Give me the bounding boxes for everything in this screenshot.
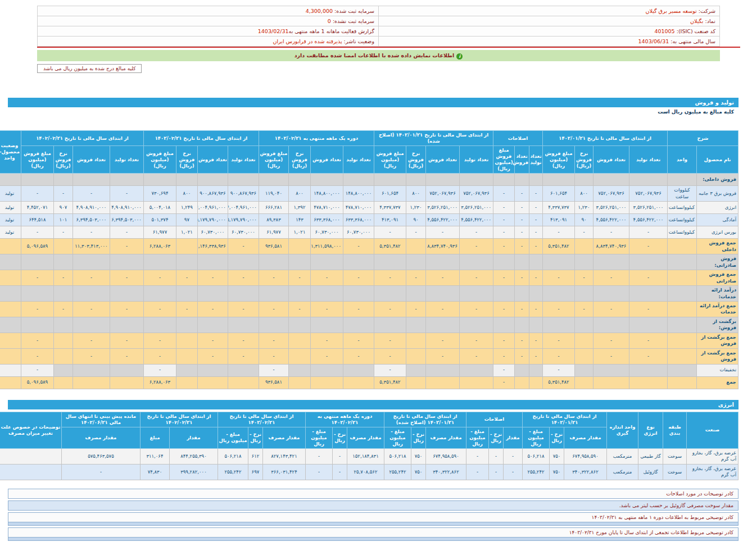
column-header: از ابتدای سال مالی تا تاریخ ۱۴۰۲/۰۲/۳۱ [21,131,143,146]
cell [228,174,259,186]
cell [53,333,73,348]
cell: ۵,۰۹۶,۵۸۹ [21,239,53,254]
cell: ۴,۵۵۶,۴۲۲,۰۰۰ [594,214,629,226]
cell: ۳,۵۲۶,۲۵۱,۰۰۰ [594,202,629,214]
cell: - [110,348,143,364]
cell [668,239,697,254]
cell: انرژی [697,202,739,214]
company-info-table: شرکت: توسعه مسیر برق گیلان سرمایه ثبت شد… [37,6,720,47]
cell [0,376,21,389]
cell: - [197,333,228,348]
cell [143,286,176,302]
cell [176,333,197,348]
cell: ۴,۳۳۷,۷۳۷ [543,202,575,214]
cell: ۷۵۰ [411,464,425,480]
cell: - [459,270,493,286]
cell [668,286,697,302]
cell: گاز طبيعي [638,448,663,464]
cell [0,239,21,254]
cell: ۳۴۰,۳۲۲,۸۶۲ [425,464,466,480]
cell [176,348,197,364]
info-row: کد صنعت (ISIC): 401005 گزارش فعالیت ماها… [38,26,720,37]
cell [575,239,594,254]
cell [21,254,53,270]
company-value: توسعه مسیر برق گیلان [645,8,696,14]
cell [21,286,53,302]
cell [53,348,73,364]
cell [629,364,668,376]
cell: درآمد ارائه خدمات: [697,286,739,302]
cell [53,174,73,186]
column-header: مقدار مصرف [347,427,384,448]
cell: ۳,۵۲۶,۲۵۱,۰۰۰ [459,202,493,214]
column-header: مبلغ - ميليون ريال [218,427,248,448]
cell [53,254,73,270]
cell: - [197,348,228,364]
cell [259,174,288,186]
cell: ۴,۰۰۴,۹۶۱,۰۰۰ [197,202,228,214]
cell: - [228,270,259,286]
cell [594,364,629,376]
cell [176,376,197,389]
cell: - [543,270,575,286]
section-title-production-sales: تولید و فروش [8,98,739,107]
column-header: مبلغ - ميليون ريال [466,427,488,448]
cell: ۶۳۳,۳۶۸,۰۰۰ [310,214,343,226]
cell [288,286,310,302]
column-header: نرخ فروش (ریال) [575,146,594,174]
cell [515,317,529,333]
cell: - [529,301,543,317]
column-header: نرخ فروش (ریال) [53,146,73,174]
cell [425,376,459,389]
cell [594,376,629,389]
cell [575,174,594,186]
cell [425,364,459,376]
cell: - [529,333,543,348]
column-header: وضعیت محصول- واحد [0,131,21,174]
cell: ۸۲۷,۱۴۳,۴۲۱ [262,448,305,464]
cell: ۳,۵۲۶,۲۵۱,۰۰۰ [425,202,459,214]
cell: ۶,۲۸۸,۰۶۳ [143,239,176,254]
column-header: مبلغ فروش (میلیون ریال) [493,146,514,174]
column-header: از ابتداي سال مالي تا تاريخ ۱۴۰۳/۰۱/۳۱ [523,412,607,427]
cell: کیلوواتساعت [668,214,697,226]
column-header: از ابتدای سال مالی تا تاریخ ۱۴۰۳/۰۱/۳۱ (… [374,131,493,146]
row-amadegi: آمادگیکیلوواتساعت۴,۵۵۶,۴۲۲,۰۰۰۴,۵۵۶,۴۲۲,… [0,214,739,226]
cell: ۶۳۳,۳۶۸,۰۰۰ [343,214,374,226]
cell: عرضه برق، گاز، بخارو آب گرم [687,464,739,480]
cell [310,174,343,186]
cell [0,464,61,480]
cell [406,333,425,348]
cell [406,239,425,254]
cell [425,317,459,333]
cell [310,364,343,376]
cell: - [543,301,575,317]
cell: - [21,226,53,239]
column-header: اصلاحات [493,131,542,146]
cell: - [143,364,176,376]
cell: - [529,348,543,364]
cell [515,376,529,389]
cell: ۵,۳۵۱,۴۸۲ [543,239,575,254]
cell: ۹۳۶,۵۸۱ [259,376,288,389]
cell [21,317,53,333]
cell [668,376,697,389]
cell [406,174,425,186]
cell: ۶۱,۹۷۷ [259,226,288,239]
cell: - [629,226,668,239]
section-row-domestic-sales: فروش داخلی: [0,174,739,186]
cell: ۷۵۲,۰۶۷,۹۳۶ [629,186,668,202]
cell: ۱,۳۹۲ [288,202,310,214]
column-header: مقدار مصرف [262,427,305,448]
cell: - [288,270,310,286]
production-sales-table: شرحاز ابتدای سال مالی تا تاریخ ۱۴۰۳/۰۱/۳… [0,130,739,389]
row-total-domestic: جمع فروش داخلی-۸,۸۳۴,۷۴۰,۹۳۶۵,۳۵۱,۴۸۲---… [0,239,739,254]
cell: ۱۱۹,۰۴۰ [259,186,288,202]
cell: - [288,301,310,317]
cell [594,254,629,270]
cell: - [575,226,594,239]
cell: - [73,301,110,317]
cell: جمع درآمد ارائه خدمات [697,301,739,317]
capital-registered-label: سرمایه ثبت شده: [334,8,374,14]
cell: ۶۰,۷۳۰,۰۰۰ [197,226,228,239]
